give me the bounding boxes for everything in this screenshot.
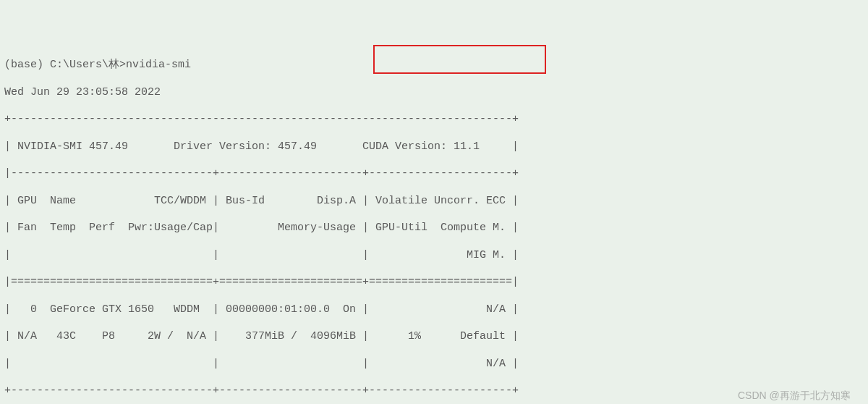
- gpu-row-1: | 0 GeForce GTX 1650 WDDM | 00000000:01:…: [4, 303, 519, 316]
- table-border-top: +---------------------------------------…: [4, 113, 519, 125]
- column-header-1: | GPU Name TCC/WDDM | Bus-Id Disp.A | Vo…: [4, 195, 519, 207]
- column-header-3: | | | MIG M. |: [4, 249, 519, 261]
- csdn-watermark: CSDN @再游于北方知寒: [738, 390, 851, 403]
- timestamp-line: Wed Jun 29 23:05:58 2022: [4, 86, 161, 98]
- nvidia-smi-header: | NVIDIA-SMI 457.49 Driver Version: 457.…: [4, 140, 519, 153]
- table-border-bottom: +-------------------------------+-------…: [4, 384, 519, 397]
- prompt-line: (base) C:\Users\林>nvidia-smi: [4, 59, 191, 71]
- gpu-row-3: | | | N/A |: [4, 358, 519, 370]
- eq-separator: |===============================+=======…: [4, 276, 519, 288]
- gpu-row-2: | N/A 43C P8 2W / N/A | 377MiB / 4096MiB…: [4, 330, 519, 342]
- cuda-version-highlight-box: [373, 45, 546, 74]
- separator-1: |-------------------------------+-------…: [4, 167, 519, 180]
- column-header-2: | Fan Temp Perf Pwr:Usage/Cap| Memory-Us…: [4, 222, 519, 234]
